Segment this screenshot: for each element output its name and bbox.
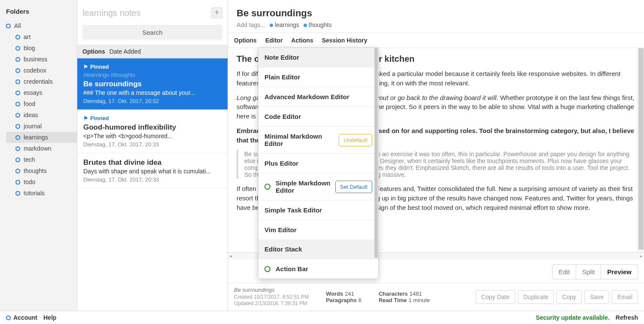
note-card-title: Be surroundings (83, 80, 222, 88)
tag-chip[interactable]: learnings (270, 21, 299, 28)
folder-label: blog (24, 45, 35, 51)
footer-created: Created 10/17/2017, 8:52:51 PM (234, 294, 309, 301)
menu-actions[interactable]: Actions (291, 37, 313, 44)
editor-option[interactable]: Plus Editor (258, 153, 378, 173)
search-button[interactable]: Search (82, 25, 222, 39)
note-card-preview: <p>The with <b>good-humored... (83, 133, 222, 139)
folders-sidebar: Folders Allartblogbusinesscodeboxcredent… (0, 0, 77, 311)
radio-icon (15, 191, 20, 196)
folder-label: business (24, 56, 47, 63)
radio-icon (15, 102, 20, 106)
save-button[interactable]: Save (584, 290, 609, 304)
folder-item-business[interactable]: business (6, 54, 77, 65)
folder-item-essays[interactable]: essays (6, 87, 77, 98)
folder-label: markdown (24, 145, 52, 152)
list-options-link[interactable]: Options (82, 48, 105, 55)
folder-item-tech[interactable]: tech (6, 154, 77, 165)
editor-option-label: Code Editor (264, 113, 372, 120)
editor-option[interactable]: Simple Task Editor (258, 200, 378, 220)
folder-label: essays (24, 89, 43, 96)
email-button[interactable]: Email (612, 290, 638, 304)
copy-button[interactable]: Copy (556, 290, 582, 304)
pin-icon: ⚑ (83, 115, 88, 121)
note-tags: #learnings #thoughts (83, 72, 222, 78)
folder-label: All (14, 22, 21, 29)
folder-item-all[interactable]: All (6, 20, 77, 31)
dropdown-scrollbar[interactable] (374, 48, 378, 279)
radio-icon (15, 135, 20, 140)
folder-item-art[interactable]: art (6, 31, 77, 42)
copy-date-button[interactable]: Copy Date (476, 290, 515, 304)
folder-item-blog[interactable]: blog (6, 42, 77, 54)
note-card[interactable]: ⚑Pinned#learnings #thoughtsBe surroundin… (77, 58, 228, 110)
menu-session-history[interactable]: Session History (322, 37, 368, 44)
editor-option[interactable]: Vim Editor (258, 220, 378, 239)
view-mode-toggle: Edit Split Preview (552, 264, 638, 279)
search-input[interactable] (82, 5, 211, 21)
folder-label: tutorials (24, 190, 45, 197)
editor-option[interactable]: Simple Markdown EditorSet Default (258, 173, 378, 200)
tag-chip[interactable]: thoughts (304, 21, 332, 28)
editor-option[interactable]: Minimal Markdown EditorUndefault (258, 126, 378, 153)
editor-option-label: Plain Editor (264, 73, 372, 81)
folder-item-food[interactable]: food (6, 98, 77, 109)
note-card-preview: Days with shape and speak what it is cum… (83, 168, 222, 175)
folder-item-credentials[interactable]: credentials (6, 76, 77, 87)
add-tags-link[interactable]: Add tags... (237, 21, 265, 28)
editor-option-pill[interactable]: Set Default (335, 181, 372, 193)
editor-option-pill[interactable]: Undefault (339, 134, 372, 146)
menu-editor[interactable]: Editor (265, 37, 283, 44)
view-split[interactable]: Split (576, 265, 601, 279)
note-title[interactable]: Be surroundings (237, 8, 635, 19)
security-update-label[interactable]: Security update available. (536, 314, 610, 321)
folder-label: art (24, 33, 30, 40)
editor-option-label: Simple Task Editor (264, 206, 372, 214)
add-note-button[interactable]: + (211, 7, 222, 18)
account-link[interactable]: Account (6, 314, 37, 321)
folder-item-codebox[interactable]: codebox (6, 65, 77, 76)
refresh-button[interactable]: Refresh (616, 314, 638, 321)
stack-option-label: Action Bar (276, 265, 372, 273)
note-card[interactable]: ⚑PinnedGood-humored inflexibility<p>The … (77, 110, 228, 153)
radio-icon (15, 157, 20, 162)
active-mark-icon (264, 266, 270, 272)
editor-option[interactable]: Plain Editor (258, 67, 378, 87)
note-card-title: Brutes that divine idea (83, 158, 222, 167)
active-mark-icon (264, 184, 270, 190)
folder-item-learnings[interactable]: learnings (6, 132, 77, 143)
pin-icon: ⚑ (83, 64, 88, 70)
content-scrollbar-vertical[interactable] (637, 48, 644, 252)
folder-item-tutorials[interactable]: tutorials (6, 188, 77, 199)
folder-label: credentials (24, 78, 53, 85)
stack-option[interactable]: Action Bar (258, 259, 378, 279)
radio-icon (15, 124, 20, 129)
folder-item-ideas[interactable]: ideas (6, 109, 77, 121)
notes-panel: + Search Options Date Added ⚑Pinned#lear… (77, 0, 228, 311)
note-card-title: Good-humored inflexibility (83, 123, 222, 132)
radio-icon (15, 79, 20, 84)
folder-item-thoughts[interactable]: thoughts (6, 165, 77, 176)
note-card[interactable]: Brutes that divine ideaDays with shape a… (77, 153, 228, 188)
radio-icon (15, 180, 20, 185)
folder-label: ideas (24, 112, 38, 118)
folder-item-todo[interactable]: todo (6, 176, 77, 188)
folder-label: learnings (24, 134, 48, 141)
pinned-label: Pinned (90, 64, 109, 70)
note-card-preview: ### The one with a message about your... (83, 89, 222, 96)
folder-item-markdown[interactable]: markdown (6, 143, 77, 154)
folder-item-journal[interactable]: journal (6, 121, 77, 132)
editor-option-label: Minimal Markdown Editor (264, 133, 339, 147)
radio-icon (15, 46, 20, 51)
help-link[interactable]: Help (43, 314, 56, 321)
editor-option[interactable]: Code Editor (258, 106, 378, 126)
editor-option[interactable]: Advanced Markdown Editor (258, 87, 378, 106)
folder-label: codebox (24, 67, 46, 74)
menu-options[interactable]: Options (234, 37, 257, 44)
view-preview[interactable]: Preview (601, 265, 638, 279)
duplicate-button[interactable]: Duplicate (518, 290, 554, 304)
radio-icon (15, 169, 20, 173)
view-edit[interactable]: Edit (553, 265, 576, 279)
list-sort-label[interactable]: Date Added (109, 48, 141, 55)
editor-option-label: Vim Editor (264, 226, 372, 233)
footer-updated: Updated 2/13/2018, 7:39:31 PM (234, 300, 309, 307)
